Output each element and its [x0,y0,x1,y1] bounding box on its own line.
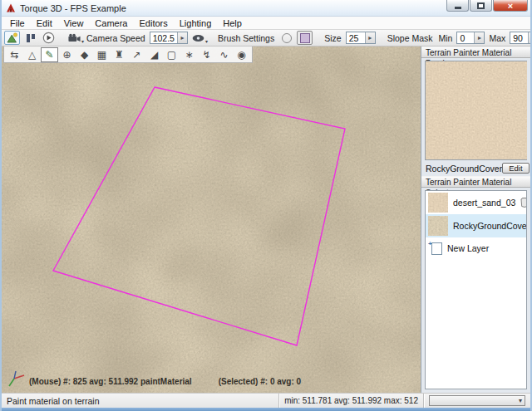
menu-help[interactable]: Help [217,17,248,30]
mountain-sun-icon [7,32,18,43]
pencil-icon: ✎ [45,49,53,61]
minimize-button[interactable] [446,0,469,12]
window-controls: × [446,0,528,12]
chevron-down-icon: ▾ [519,398,522,404]
material-thumbnail [428,216,448,236]
gem-icon: ◆ [81,49,88,61]
edit-material-button[interactable]: Edit [502,163,529,174]
selected-material-name: RockyGroundCover [426,164,502,174]
titlebar[interactable]: Torque 3D - FPS Example × [2,0,530,17]
viewport-3d[interactable]: ⇆ △ ✎ ⊕ ◆ ▦ ♜ ↗ ◢ ▢ ∗ ↯ ∿ ◉ (Mous [2,46,421,393]
terrain-tool-paint-button[interactable]: ✎ [41,47,58,62]
torque-logo-icon [6,3,16,13]
camera-speed-field[interactable]: 102.5 ▸ [150,32,188,44]
window-bottom-border [2,408,530,411]
terrain-tool-setheight-button[interactable]: ♜ [111,47,128,62]
camera-options-button[interactable]: ▾ [66,31,82,45]
editor-panels-button[interactable] [22,31,38,45]
panels-icon [26,33,36,43]
menubar: File Edit View Camera Editors Lighting H… [2,17,530,30]
chevron-down-icon: ▾ [205,38,208,44]
close-button[interactable]: × [493,0,528,12]
terrain-tool-ramp-button[interactable]: ◢ [145,47,163,62]
material-preview-label-row: RockyGroundCover Edit [421,162,530,176]
slope-min-spinner[interactable]: ▸ [474,32,484,43]
terrain-tool-raise-button[interactable]: △ [23,47,41,62]
camera-speed-value: 102.5 [150,32,177,43]
arrow-ne-icon: ↗ [132,49,140,61]
slope-max-spinner[interactable]: ▸ [528,32,532,43]
material-item-desert-sand[interactable]: desert_sand_03 [426,191,526,214]
terrain-tool-airbrush-button[interactable]: ∗ [180,47,198,62]
statusbar: Paint material on terrain min: 511.781 a… [2,393,530,408]
menu-editors[interactable]: Editors [133,17,173,30]
camera-icon [68,33,81,42]
terrain-tool-navigate-button[interactable]: ◉ [233,47,250,62]
stamp-icon: ♜ [115,49,124,61]
delete-material-icon[interactable] [520,198,527,208]
brush-size-field[interactable]: 25 ▸ [346,32,376,44]
spray-icon: ∗ [185,49,193,61]
wedge-icon: ◢ [150,49,158,61]
terrain-tool-grab-button[interactable]: ⇆ [6,47,23,62]
marquee-icon: ▢ [167,49,176,61]
globe-icon: ⊕ [62,49,71,61]
slope-min-value: 0 [457,32,474,43]
chevron-down-icon: ▾ [81,38,84,44]
terrain-render [2,46,421,393]
terrain-tool-material-button[interactable]: ◆ [76,47,93,62]
triangle-icon: △ [28,49,36,61]
material-item-rockygroundcover[interactable]: RockyGroundCover [426,214,526,237]
brush-ellipse-button[interactable] [278,31,294,45]
slope-mask-label: Slope Mask [386,33,435,43]
menu-view[interactable]: View [58,17,90,30]
maximize-button[interactable] [470,0,492,12]
eye-icon [192,34,204,42]
terrain-tool-slope-button[interactable]: ∿ [215,47,233,62]
slope-max-field[interactable]: 90 ▸ [510,32,532,44]
ellipse-brush-icon [282,33,292,43]
material-thumbnail [428,193,448,213]
arrows-icon: ⇆ [10,49,18,61]
slope-min-label: Min [437,33,455,43]
slope-min-field[interactable]: 0 ▸ [456,32,485,44]
menu-file[interactable]: File [4,17,31,30]
axis-gizmo-icon [5,368,27,389]
status-dropdown[interactable]: ▾ [429,395,525,406]
terrain-tool-stroke-button[interactable]: ↗ [128,47,145,62]
brush-size-spinner[interactable]: ▸ [365,32,375,43]
menu-camera[interactable]: Camera [89,17,133,30]
material-selector-header: Terrain Painter Material Selector [421,176,530,188]
slope-max-label: Max [487,33,507,43]
brush-settings-label: Brush Settings [216,33,276,43]
material-list: desert_sand_03 RockyGroundCover + [425,190,527,389]
camera-speed-label: Camera Speed [85,33,147,43]
target-icon: ◉ [237,49,245,61]
terrain-tool-palette: ⇆ △ ✎ ⊕ ◆ ▦ ♜ ↗ ◢ ▢ ∗ ↯ ∿ ◉ [3,46,253,63]
camera-speed-spinner[interactable]: ▸ [177,32,187,43]
main-area: ⇆ △ ✎ ⊕ ◆ ▦ ♜ ↗ ◢ ▢ ∗ ↯ ∿ ◉ (Mous [2,46,530,393]
menu-edit[interactable]: Edit [31,17,58,30]
brush-box-button[interactable] [297,31,313,45]
terrain-painter-panel: Terrain Painter Material Preview RockyGr… [421,46,530,393]
material-item-label: New Layer [447,243,489,253]
menu-lighting[interactable]: Lighting [174,17,218,30]
terrain-tool-flatten-button[interactable]: ▦ [93,47,111,62]
visibility-options-button[interactable]: ▾ [190,31,206,45]
terrain-tool-erase-button[interactable]: ↯ [198,47,215,62]
mouse-stats-text: (Mouse) #: 825 avg: 511.992 paintMateria… [29,377,192,386]
torque3d-window: Torque 3D - FPS Example × File Edit View… [0,0,532,411]
terrain-tool-select-button[interactable]: ▢ [163,47,180,62]
status-dropdown-cell: ▾ [424,394,530,408]
box-brush-icon [300,33,310,43]
zigzag-icon: ↯ [202,49,210,61]
new-layer-icon: + [431,242,442,255]
viewport-status-overlay: (Mouse) #: 825 avg: 511.992 paintMateria… [29,377,301,386]
new-layer-item[interactable]: + New Layer [426,237,526,259]
scene-editor-button[interactable] [4,31,20,45]
wave-icon: ∿ [219,49,228,61]
terrain-height-stats: min: 511.781 avg: 511.992 max: 512 [279,394,424,408]
play-button[interactable] [41,31,57,45]
terrain-tool-smooth-button[interactable]: ⊕ [58,47,76,62]
brush-size-value: 25 [347,32,365,43]
